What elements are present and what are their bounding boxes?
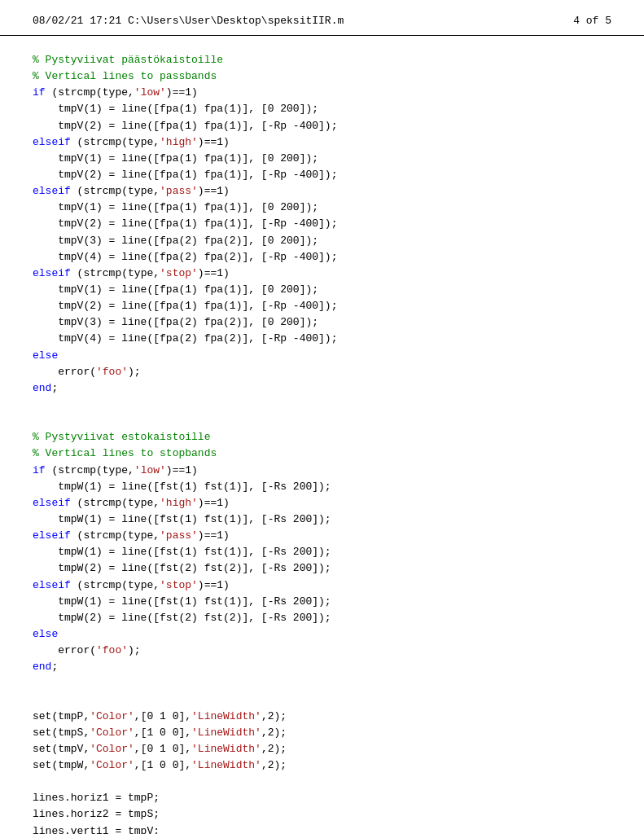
code-line: tmpW(2) = line([fst(2) fst(2)], [-Rs 200… <box>33 610 611 626</box>
code-line: elseif (strcmp(type,'pass')==1) <box>33 183 611 200</box>
code-line: error('foo'); <box>33 364 611 380</box>
code-line: tmpW(1) = line([fst(1) fst(1)], [-Rs 200… <box>33 511 611 528</box>
code-block: % Pystyviivat päästökaistoille% Vertical… <box>0 52 644 834</box>
code-line: tmpV(1) = line([fpa(1) fpa(1)], [0 200])… <box>33 200 611 216</box>
code-line: set(tmpP,'Color',[0 1 0],'LineWidth',2); <box>33 709 611 725</box>
code-line: end; <box>33 659 611 675</box>
code-line: tmpV(2) = line([fpa(1) fpa(1)], [-Rp -40… <box>33 167 611 183</box>
code-line <box>33 774 611 790</box>
code-line: tmpW(1) = line([fst(1) fst(1)], [-Rs 200… <box>33 544 611 560</box>
code-line: tmpV(1) = line([fpa(1) fpa(1)], [0 200])… <box>33 151 611 167</box>
code-line: error('foo'); <box>33 643 611 659</box>
code-line: tmpV(1) = line([fpa(1) fpa(1)], [0 200])… <box>33 282 611 298</box>
code-line: set(tmpW,'Color',[1 0 0],'LineWidth',2); <box>33 757 611 774</box>
code-line: elseif (strcmp(type,'high')==1) <box>33 495 611 511</box>
code-line: tmpW(1) = line([fst(1) fst(1)], [-Rs 200… <box>33 594 611 610</box>
code-line: elseif (strcmp(type,'stop')==1) <box>33 577 611 594</box>
header-left: 08/02/21 17:21 C:\Users\User\Desktop\spe… <box>33 15 344 27</box>
code-line: lines.horiz2 = tmpS; <box>33 806 611 823</box>
code-line: end; <box>33 380 611 397</box>
code-line: tmpV(3) = line([fpa(2) fpa(2)], [0 200])… <box>33 314 611 331</box>
code-line: lines.verti1 = tmpV; <box>33 823 611 834</box>
code-line <box>33 675 611 691</box>
code-line: tmpV(3) = line([fpa(2) fpa(2)], [0 200])… <box>33 233 611 249</box>
code-line: elseif (strcmp(type,'pass')==1) <box>33 528 611 544</box>
code-line: elseif (strcmp(type,'high')==1) <box>33 134 611 151</box>
code-line: lines.horiz1 = tmpP; <box>33 790 611 806</box>
code-line: tmpW(2) = line([fst(2) fst(2)], [-Rs 200… <box>33 560 611 577</box>
code-line: set(tmpV,'Color',[0 1 0],'LineWidth',2); <box>33 741 611 757</box>
code-line <box>33 413 611 429</box>
code-line <box>33 691 611 708</box>
code-line: tmpV(4) = line([fpa(2) fpa(2)], [-Rp -40… <box>33 331 611 347</box>
header-right: 4 of 5 <box>573 15 611 27</box>
code-line: elseif (strcmp(type,'stop')==1) <box>33 266 611 282</box>
code-line: else <box>33 348 611 364</box>
code-line: set(tmpS,'Color',[1 0 0],'LineWidth',2); <box>33 725 611 741</box>
code-line: % Vertical lines to passbands <box>33 68 611 85</box>
page-header: 08/02/21 17:21 C:\Users\User\Desktop\spe… <box>0 0 644 36</box>
code-line: % Pystyviivat estokaistoille <box>33 429 611 446</box>
code-line: tmpW(1) = line([fst(1) fst(1)], [-Rs 200… <box>33 479 611 495</box>
code-line: tmpV(4) = line([fpa(2) fpa(2)], [-Rp -40… <box>33 249 611 266</box>
code-line: % Vertical lines to stopbands <box>33 446 611 462</box>
code-line <box>33 397 611 413</box>
code-line: if (strcmp(type,'low')==1) <box>33 85 611 101</box>
code-line: tmpV(2) = line([fpa(1) fpa(1)], [-Rp -40… <box>33 298 611 314</box>
code-line: if (strcmp(type,'low')==1) <box>33 463 611 479</box>
code-line: else <box>33 626 611 643</box>
code-line: tmpV(1) = line([fpa(1) fpa(1)], [0 200])… <box>33 101 611 117</box>
code-line: % Pystyviivat päästökaistoille <box>33 52 611 68</box>
code-line: tmpV(2) = line([fpa(1) fpa(1)], [-Rp -40… <box>33 216 611 232</box>
code-line: tmpV(2) = line([fpa(1) fpa(1)], [-Rp -40… <box>33 118 611 134</box>
